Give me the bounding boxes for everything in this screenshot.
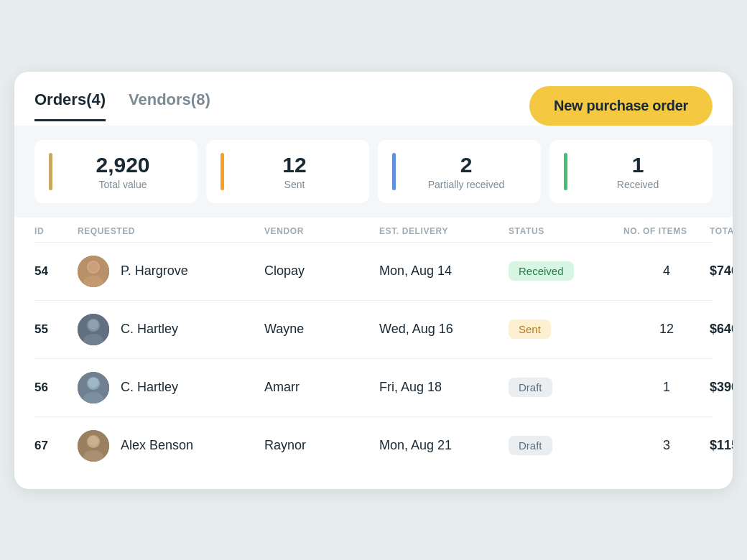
row-56-id: 56 [34, 381, 78, 395]
col-header-est-delivery: EST. DELIVERY [379, 226, 509, 236]
row-54-vendor: Clopay [264, 263, 379, 279]
col-header-requested: REQUESTED [78, 226, 264, 236]
row-67-vendor: Raynor [264, 438, 379, 453]
stat-total-value: 2,920 Total value [34, 140, 198, 203]
row-56-status: Draft [509, 378, 623, 397]
row-55-vendor: Wayne [264, 322, 379, 337]
stat-accent-sent [221, 153, 224, 190]
new-purchase-order-button[interactable]: New purchase order [529, 86, 713, 126]
svg-point-11 [88, 378, 98, 388]
avatar [78, 314, 109, 345]
row-55-items: 12 [623, 322, 710, 337]
stat-value-partially-received: 2 [406, 153, 526, 177]
orders-table: ID REQUESTED VENDOR EST. DELIVERY STATUS… [14, 218, 733, 489]
avatar [78, 430, 109, 462]
col-header-items: NO. OF ITEMS [623, 226, 710, 236]
stat-received: 1 Received [549, 140, 713, 203]
status-badge: Received [509, 261, 574, 281]
avatar [78, 372, 109, 403]
stats-row: 2,920 Total value 12 Sent 2 Partially re… [14, 126, 733, 218]
stat-accent-partially-received [392, 153, 396, 190]
status-badge: Draft [509, 436, 552, 455]
row-55-requested: C. Hartley [121, 322, 264, 337]
row-54-status: Received [509, 261, 623, 281]
stat-sent: 12 Sent [206, 140, 369, 203]
row-55-id: 55 [34, 322, 78, 337]
col-header-status: STATUS [509, 226, 623, 236]
table-row[interactable]: 54 P. Hargrove Clopay Mon, Aug 14 [34, 243, 713, 300]
tabs-bar: Orders(4) Vendors(8) New purchase order [14, 72, 733, 126]
row-56-total: $390.00 [710, 380, 733, 395]
row-56-avatar [78, 372, 121, 403]
row-55-delivery: Wed, Aug 16 [379, 322, 509, 337]
table-row[interactable]: 67 Alex Benson Raynor Mon, Aug 21 [34, 417, 713, 475]
main-card: Orders(4) Vendors(8) New purchase order … [14, 72, 733, 489]
stat-value-total: 2,920 [62, 153, 183, 177]
row-67-status: Draft [509, 436, 623, 455]
avatar [78, 256, 109, 287]
stat-label-total: Total value [62, 179, 183, 190]
stat-label-partially-received: Partially received [406, 179, 526, 190]
svg-point-3 [88, 262, 98, 272]
row-54-avatar [78, 256, 121, 287]
table-row-wrap-67: 67 Alex Benson Raynor Mon, Aug 21 [34, 417, 713, 475]
row-67-id: 67 [34, 439, 78, 453]
tab-vendors[interactable]: Vendors(8) [129, 90, 210, 121]
row-54-id: 54 [34, 264, 78, 279]
row-54-requested: P. Hargrove [121, 263, 264, 279]
tab-orders[interactable]: Orders(4) [34, 90, 106, 121]
stat-label-received: Received [577, 179, 698, 190]
row-56-delivery: Fri, Aug 18 [379, 380, 509, 395]
row-67-requested: Alex Benson [121, 438, 264, 453]
tabs-container: Orders(4) Vendors(8) [34, 90, 210, 121]
row-56-items: 1 [623, 380, 710, 395]
row-54-delivery: Mon, Aug 14 [379, 263, 509, 279]
table-row-wrap-54: 54 P. Hargrove Clopay Mon, Aug 14 [34, 243, 713, 301]
stat-partially-received: 2 Partially received [378, 140, 541, 203]
row-67-avatar [78, 430, 121, 462]
row-55-total: $640.00 [710, 322, 733, 337]
col-header-vendor: VENDOR [264, 226, 379, 236]
row-54-items: 4 [623, 263, 710, 279]
table-row-wrap-55: 55 C. Hartley Wayne Wed, Aug 16 [34, 301, 713, 359]
svg-point-7 [88, 319, 98, 330]
col-header-total: TOTAL [710, 226, 733, 236]
table-header: ID REQUESTED VENDOR EST. DELIVERY STATUS… [34, 218, 713, 243]
stat-label-sent: Sent [234, 179, 355, 190]
stat-accent-received [564, 153, 567, 190]
stat-value-sent: 12 [234, 153, 355, 177]
row-56-vendor: Amarr [264, 380, 379, 395]
row-55-avatar [78, 314, 121, 345]
row-55-status: Sent [509, 319, 623, 339]
status-badge: Draft [509, 378, 552, 397]
row-67-delivery: Mon, Aug 21 [379, 438, 509, 453]
row-54-total: $740.00 [710, 263, 733, 279]
status-badge: Sent [509, 319, 551, 339]
svg-point-15 [88, 436, 98, 446]
col-header-id: ID [34, 226, 78, 236]
table-row[interactable]: 55 C. Hartley Wayne Wed, Aug 16 [34, 301, 713, 358]
row-56-requested: C. Hartley [121, 380, 264, 395]
stat-value-received: 1 [577, 153, 698, 177]
table-row[interactable]: 56 C. Hartley Amarr Fri, Aug 18 [34, 359, 713, 416]
row-67-total: $1150.00 [710, 438, 733, 453]
table-row-wrap-56: 56 C. Hartley Amarr Fri, Aug 18 [34, 359, 713, 417]
stat-accent-total-value [49, 153, 52, 190]
row-67-items: 3 [623, 438, 710, 453]
